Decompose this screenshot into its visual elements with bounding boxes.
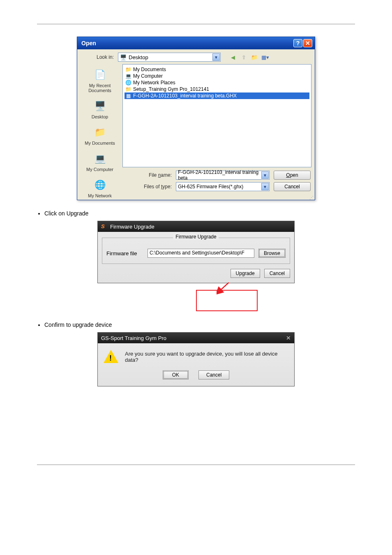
dialog-titlebar[interactable]: S Firmware Upgrade — [98, 221, 294, 232]
computer-icon: 💻 — [125, 73, 131, 79]
header-rule — [37, 24, 355, 24]
close-button[interactable]: ✕ — [303, 39, 312, 47]
folder-icon: 📁 — [125, 86, 131, 92]
help-button[interactable]: ? — [293, 39, 302, 47]
firmware-group: Firmware Upgrade Firmware file C:\Docume… — [102, 238, 290, 264]
app-icon: S — [101, 223, 108, 230]
filename-input[interactable]: F-GGH-2A-1012103_interval training beta … — [176, 171, 270, 180]
desktop-icon: 🖥️ — [92, 99, 108, 113]
network-icon: 🌐 — [92, 178, 108, 192]
list-item[interactable]: 🌐 My Network Places — [125, 79, 309, 86]
lookin-label: Look in: — [81, 54, 115, 60]
lookin-value: Desktop — [129, 54, 148, 60]
up-icon[interactable]: ⇧ — [240, 53, 248, 61]
dialog-titlebar[interactable]: GS-Sport Training Gym Pro ✕ — [98, 333, 294, 343]
list-item[interactable]: 💻 My Computer — [125, 73, 309, 79]
confirm-message: Are you sure you want to upgrade device,… — [125, 349, 288, 363]
ok-button[interactable]: OK — [163, 370, 189, 379]
open-file-dialog: Open ? ✕ Look in: 🖥️ Desktop ▼ ◀ ⇧ 📁 ▦▾ — [77, 37, 315, 200]
browse-button[interactable]: Browse — [258, 249, 286, 258]
instruction-bullet: Confirm to upgrade device — [44, 321, 355, 328]
dialog-title: Open — [81, 40, 96, 46]
cancel-button[interactable]: Cancel — [274, 182, 311, 191]
svg-line-0 — [220, 282, 229, 291]
sidebar-desktop[interactable]: 🖥️ Desktop — [79, 96, 121, 122]
network-icon: 🌐 — [125, 80, 131, 86]
close-icon[interactable]: ✕ — [286, 335, 291, 341]
filename-label: File name: — [127, 172, 172, 178]
group-legend: Firmware Upgrade — [173, 234, 219, 240]
chevron-down-icon[interactable]: ▼ — [261, 183, 269, 190]
file-list[interactable]: 📁 My Documents 💻 My Computer 🌐 My Networ… — [122, 64, 311, 167]
new-folder-icon[interactable]: 📁 — [250, 53, 258, 61]
footer-rule — [37, 465, 355, 465]
chevron-down-icon[interactable]: ▼ — [261, 171, 269, 179]
desktop-icon: 🖥️ — [120, 54, 127, 60]
upgrade-button[interactable]: Upgrade — [231, 269, 260, 278]
documents-icon: 📁 — [92, 125, 108, 140]
list-item[interactable]: 📁 My Documents — [125, 66, 309, 73]
sidebar-network[interactable]: 🌐 My Network — [79, 175, 121, 198]
file-icon: ▦ — [125, 93, 131, 99]
annotation-highlight-box — [196, 290, 258, 311]
recent-icon: 📄 — [92, 67, 108, 82]
sidebar-computer[interactable]: 💻 My Computer — [79, 149, 121, 174]
folder-icon: 📁 — [125, 67, 131, 72]
dialog-title: GS-Sport Training Gym Pro — [101, 335, 166, 341]
annotation-arrow — [97, 285, 295, 312]
dialog-titlebar[interactable]: Open ? ✕ — [77, 37, 315, 49]
views-icon[interactable]: ▦▾ — [261, 53, 269, 61]
warning-icon — [104, 349, 118, 364]
firmware-file-label: Firmware file — [106, 250, 143, 257]
lookin-select[interactable]: 🖥️ Desktop ▼ — [118, 53, 221, 62]
computer-icon: 💻 — [92, 151, 108, 166]
chevron-down-icon[interactable]: ▼ — [212, 53, 220, 61]
sidebar-recent[interactable]: 📄 My Recent Documents — [79, 65, 121, 95]
firmware-upgrade-dialog: S Firmware Upgrade Firmware Upgrade Firm… — [97, 221, 295, 283]
sidebar-documents[interactable]: 📁 My Documents — [79, 123, 121, 148]
cancel-button[interactable]: Cancel — [264, 269, 290, 278]
places-bar: 📄 My Recent Documents 🖥️ Desktop 📁 My Do… — [77, 63, 122, 200]
list-item-selected[interactable]: ▦ F-GGH-2A-1012103_interval training bet… — [125, 92, 309, 99]
dialog-title: Firmware Upgrade — [110, 224, 154, 230]
open-button[interactable]: Open — [274, 171, 311, 180]
list-item[interactable]: 📁 Setup_Training Gym Pro_1012141 — [125, 86, 309, 92]
cancel-button[interactable]: Cancel — [198, 370, 229, 379]
filetype-label: Files of type: — [127, 184, 172, 190]
confirm-dialog: GS-Sport Training Gym Pro ✕ Are you sure… — [97, 332, 295, 386]
back-icon[interactable]: ◀ — [229, 53, 237, 61]
firmware-file-input[interactable]: C:\Documents and Settings\user\Desktop\F — [148, 249, 254, 258]
filetype-select[interactable]: GH-625 Firmware Files(*.ghx) ▼ — [176, 182, 270, 191]
instruction-bullet: Click on Upgrade — [44, 210, 355, 217]
resize-grip[interactable]: ⋰ — [122, 195, 315, 200]
